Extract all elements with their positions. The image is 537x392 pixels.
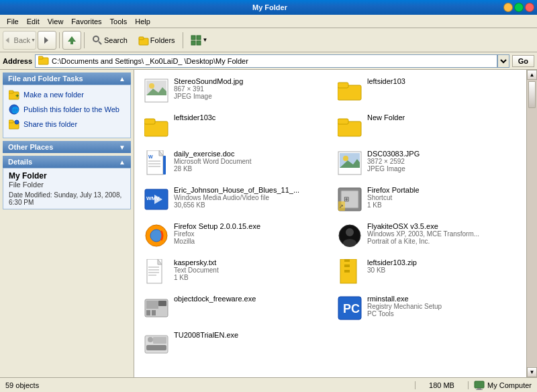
scroll-down-button[interactable]: ▼ xyxy=(527,367,537,377)
file-icon-exe xyxy=(143,295,170,322)
list-item[interactable]: leftsider103c xyxy=(137,109,330,145)
file-size: 30,656 KB xyxy=(174,201,324,209)
svg-line-4 xyxy=(99,42,101,44)
file-size: Portrait of a Kite, Inc. xyxy=(367,238,518,245)
maximize-button[interactable] xyxy=(514,3,524,12)
file-desc: Microsoft Word Document xyxy=(174,158,324,165)
address-input[interactable] xyxy=(52,57,494,65)
file-info: TU2008TrialEN.exe xyxy=(174,331,324,339)
file-tasks-header[interactable]: File and Folder Tasks ▲ xyxy=(3,72,131,85)
main-area: File and Folder Tasks ▲ + Make a new fol… xyxy=(0,70,537,377)
share-label: Share this folder xyxy=(23,120,77,128)
svg-rect-14 xyxy=(9,91,13,93)
file-size: 28 KB xyxy=(174,165,324,173)
svg-rect-26 xyxy=(338,83,348,88)
file-info: leftsider103c xyxy=(174,113,324,121)
details-folder-date: Date Modified: Sunday, July 13, 2008, 6:… xyxy=(9,191,125,206)
list-item[interactable]: WMV Eric_Johnson_House_of_Blues_11_... W… xyxy=(137,181,330,217)
other-places-header[interactable]: Other Places ▼ xyxy=(3,141,131,153)
minimize-button[interactable] xyxy=(503,3,513,12)
file-info: FlyakiteOSX v3.5.exe Windows XP, 2003, M… xyxy=(367,222,518,245)
menu-edit[interactable]: Edit xyxy=(23,16,44,27)
close-button[interactable] xyxy=(525,3,534,12)
list-item[interactable]: kaspersky.txt Text Document 1 KB xyxy=(137,254,330,290)
make-folder-icon: + xyxy=(9,89,19,100)
file-info: objectdock_freeware.exe xyxy=(174,295,324,303)
file-icon-image xyxy=(143,77,170,104)
other-places-section: Other Places ▼ xyxy=(3,141,131,153)
search-icon xyxy=(92,35,103,46)
svg-rect-68 xyxy=(146,301,158,309)
list-item[interactable]: objectdock_freeware.exe xyxy=(137,290,330,326)
svg-rect-9 xyxy=(191,41,195,45)
svg-point-40 xyxy=(343,156,348,161)
list-item[interactable]: ⊞ ↗ Firefox Portable Shortcut 1 KB xyxy=(330,181,524,217)
file-desc: Windows XP, 2003, MCE Transform... xyxy=(367,230,518,238)
list-item[interactable]: New Folder xyxy=(330,109,524,145)
list-item[interactable]: W daily_exercise.doc Microsoft Word Docu… xyxy=(137,145,330,181)
svg-point-54 xyxy=(343,239,356,247)
share-link[interactable]: Share this folder xyxy=(9,119,125,130)
list-item[interactable]: PC rminstall.exe Registry Mechanic Setup… xyxy=(330,290,524,326)
scroll-track[interactable] xyxy=(527,80,537,367)
status-location: My Computer xyxy=(469,380,537,391)
address-input-wrap[interactable] xyxy=(35,54,497,68)
svg-rect-69 xyxy=(146,310,150,315)
list-item[interactable]: leftsider103.zip 30 KB xyxy=(330,254,524,290)
publish-link[interactable]: 🌐 Publish this folder to the Web xyxy=(9,104,125,115)
file-info: DSC03083.JPG 3872 × 2592 JPEG Image xyxy=(367,150,518,173)
details-content: My Folder File Folder Date Modified: Sun… xyxy=(3,168,131,209)
menu-file[interactable]: File xyxy=(3,16,23,27)
file-name: rminstall.exe xyxy=(367,295,518,303)
list-item[interactable]: DSC03083.JPG 3872 × 2592 JPEG Image xyxy=(330,145,524,181)
search-button[interactable]: Search xyxy=(87,32,132,48)
list-item[interactable]: Firefox Setup 2.0.0.15.exe Firefox Mozil… xyxy=(137,217,330,254)
svg-point-23 xyxy=(149,83,154,89)
file-name: daily_exercise.doc xyxy=(174,150,324,158)
svg-rect-78 xyxy=(475,381,484,388)
menu-view[interactable]: View xyxy=(44,16,68,27)
svg-rect-6 xyxy=(139,37,144,40)
file-area: StereoSoundMod.jpg 867 × 391 JPEG Image … xyxy=(134,70,526,377)
details-title: Details xyxy=(8,158,32,166)
scroll-up-button[interactable]: ▲ xyxy=(527,70,537,80)
details-header[interactable]: Details ▲ xyxy=(3,156,131,168)
file-tasks-content: + Make a new folder 🌐 Publish this folde… xyxy=(3,85,131,138)
menu-tools[interactable]: Tools xyxy=(106,16,132,27)
list-item[interactable]: TU2008TrialEN.exe xyxy=(137,326,330,362)
window-controls xyxy=(503,3,534,12)
address-dropdown[interactable]: ▼ xyxy=(497,54,509,68)
menu-favorites[interactable]: Favorites xyxy=(67,16,105,27)
file-name: kaspersky.txt xyxy=(174,258,324,266)
file-info: StereoSoundMod.jpg 867 × 391 JPEG Image xyxy=(174,77,324,100)
views-button[interactable]: ▼ xyxy=(186,32,213,48)
go-button[interactable]: Go xyxy=(512,55,534,67)
svg-rect-30 xyxy=(338,119,348,124)
file-name: TU2008TrialEN.exe xyxy=(174,331,324,339)
folders-button[interactable]: Folders xyxy=(134,32,180,48)
file-type: JPEG Image xyxy=(174,93,324,100)
file-icon-text xyxy=(143,258,170,285)
file-tasks-title: File and Folder Tasks xyxy=(8,75,83,83)
forward-button[interactable] xyxy=(38,31,56,50)
status-computer-label: My Computer xyxy=(487,381,532,389)
svg-rect-64 xyxy=(344,264,350,267)
list-item[interactable]: StereoSoundMod.jpg 867 × 391 JPEG Image xyxy=(137,72,330,109)
back-button[interactable]: Back ▼ xyxy=(3,31,36,50)
svg-rect-77 xyxy=(153,337,166,344)
file-name: Firefox Setup 2.0.0.15.exe xyxy=(174,222,324,230)
up-button[interactable] xyxy=(62,31,81,50)
scroll-thumb[interactable] xyxy=(528,81,536,108)
file-name: leftsider103c xyxy=(174,113,324,121)
svg-rect-33 xyxy=(163,156,166,175)
make-folder-link[interactable]: + Make a new folder xyxy=(9,89,125,100)
file-name: New Folder xyxy=(367,113,518,121)
details-folder-name: My Folder xyxy=(9,171,125,181)
menu-help[interactable]: Help xyxy=(131,16,154,27)
list-item[interactable]: FlyakiteOSX v3.5.exe Windows XP, 2003, M… xyxy=(330,217,524,254)
svg-rect-10 xyxy=(197,41,201,45)
file-desc: Text Document xyxy=(174,266,324,274)
search-label: Search xyxy=(104,36,128,44)
list-item[interactable]: leftsider103 xyxy=(330,72,524,109)
file-info: Eric_Johnson_House_of_Blues_11_... Windo… xyxy=(174,186,324,209)
